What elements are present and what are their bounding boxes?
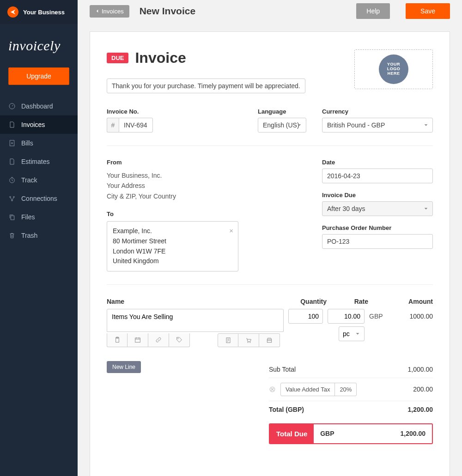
- hash-icon: #: [107, 118, 119, 133]
- sidebar-item-label: Connections: [21, 195, 57, 202]
- help-button[interactable]: Help: [356, 3, 390, 19]
- cart-icon[interactable]: [238, 333, 259, 347]
- line-rate-input[interactable]: [328, 309, 365, 324]
- date-input[interactable]: [322, 169, 433, 183]
- language-label: Language: [258, 108, 306, 115]
- to-client-box[interactable]: × Example, Inc. 80 Mortimer Street Londo…: [107, 221, 238, 271]
- svg-rect-14: [267, 339, 271, 343]
- page-icon: [8, 158, 16, 165]
- svg-point-10: [178, 338, 178, 339]
- to-label: To: [107, 211, 238, 217]
- sidebar-item-bills[interactable]: Bills: [0, 134, 78, 152]
- nodes-icon: [8, 195, 16, 202]
- chevron-left-icon: [95, 9, 100, 13]
- total-due-currency: GBP: [314, 424, 340, 443]
- currency-label: Currency: [322, 108, 433, 115]
- invoice-card: DUE Invoice YOUR LOGO HERE: [90, 31, 450, 476]
- invoice-note-input[interactable]: [107, 78, 305, 93]
- po-input[interactable]: [322, 234, 433, 249]
- topbar: Invoices New Invoice Help Save: [78, 0, 462, 22]
- unit-select[interactable]: [339, 326, 365, 341]
- business-icon: [7, 6, 18, 18]
- invoice-no-label: Invoice No.: [107, 108, 153, 115]
- remove-tax-icon[interactable]: ⊗: [269, 385, 276, 393]
- copy-icon: [8, 213, 16, 221]
- tax-name: Value Added Tax: [281, 383, 335, 396]
- sidebar: Your Business invoicely Upgrade Dashboar…: [0, 0, 78, 476]
- svg-point-13: [250, 342, 250, 343]
- tax-box[interactable]: Value Added Tax 20%: [280, 383, 357, 396]
- date-label: Date: [322, 159, 433, 166]
- col-rate-header: Rate: [331, 298, 373, 305]
- upgrade-button[interactable]: Upgrade: [8, 67, 69, 85]
- col-name-header: Name: [107, 298, 294, 305]
- total-due-value: 1,200.00: [394, 424, 432, 443]
- sidebar-item-label: Trash: [21, 232, 37, 239]
- svg-point-12: [248, 342, 248, 343]
- logo-upload-area[interactable]: YOUR LOGO HERE: [354, 49, 433, 89]
- save-button[interactable]: Save: [406, 3, 450, 19]
- sidebar-item-label: Dashboard: [21, 102, 53, 110]
- app-logo: invoicely: [0, 24, 78, 63]
- back-invoices-button[interactable]: Invoices: [90, 5, 129, 18]
- line-qty-input[interactable]: [288, 309, 323, 324]
- box-icon[interactable]: [259, 333, 280, 347]
- line-name-input[interactable]: Items You Are Selling: [107, 309, 284, 332]
- logo-placeholder-icon: YOUR LOGO HERE: [379, 54, 408, 84]
- language-select[interactable]: [258, 118, 306, 133]
- clipboard-icon[interactable]: [107, 333, 128, 347]
- plus-document-icon: [8, 139, 16, 147]
- sidebar-item-label: Estimates: [21, 158, 49, 165]
- sidebar-item-track[interactable]: Track: [0, 171, 78, 189]
- total-due-row: Total Due GBP 1,200.00: [269, 423, 433, 444]
- total-label: Total (GBP): [269, 406, 408, 413]
- currency-select[interactable]: [322, 118, 433, 133]
- total-due-label: Total Due: [270, 424, 314, 443]
- subtotal-value: 1,000.00: [408, 366, 433, 373]
- gauge-icon: [8, 102, 16, 110]
- business-switcher[interactable]: Your Business: [0, 0, 78, 24]
- svg-rect-9: [135, 338, 140, 342]
- po-label: Purchase Order Number: [322, 224, 433, 231]
- trash-icon: [8, 232, 16, 239]
- page-title: New Invoice: [140, 6, 346, 17]
- sidebar-item-connections[interactable]: Connections: [0, 189, 78, 208]
- sidebar-item-estimates[interactable]: Estimates: [0, 152, 78, 171]
- subtotal-label: Sub Total: [269, 366, 408, 373]
- document-icon: [8, 121, 16, 128]
- clock-icon: [8, 176, 16, 184]
- sidebar-item-invoices[interactable]: Invoices: [0, 115, 78, 134]
- svg-point-3: [10, 196, 11, 198]
- total-value: 1,200.00: [408, 406, 433, 413]
- new-line-button[interactable]: New Line: [107, 361, 141, 373]
- line-item-row: Items You Are Selling: [107, 309, 433, 347]
- svg-rect-6: [11, 216, 14, 220]
- sidebar-item-dashboard[interactable]: Dashboard: [0, 97, 78, 115]
- col-amount-header: Amount: [373, 298, 433, 305]
- receipt-icon[interactable]: [218, 333, 238, 347]
- from-label: From: [107, 159, 238, 166]
- sidebar-item-trash[interactable]: Trash: [0, 226, 78, 245]
- tax-percent: 20%: [335, 383, 356, 396]
- totals-block: Sub Total 1,000.00 ⊗ Value Added Tax 20%…: [269, 361, 433, 444]
- invoice-heading: Invoice: [135, 49, 186, 66]
- calendar-icon[interactable]: [128, 333, 148, 347]
- svg-point-5: [12, 200, 13, 201]
- business-name: Your Business: [23, 9, 65, 16]
- link-icon[interactable]: [148, 333, 169, 347]
- invoice-no-input[interactable]: [119, 118, 153, 133]
- tag-icon[interactable]: [169, 333, 190, 347]
- line-currency: GBP: [369, 309, 391, 347]
- sidebar-item-label: Invoices: [21, 121, 45, 128]
- sidebar-item-label: Bills: [21, 139, 33, 147]
- svg-point-4: [13, 196, 15, 198]
- from-address: Your Business, Inc. Your Address City & …: [107, 170, 238, 201]
- remove-client-icon[interactable]: ×: [229, 225, 233, 236]
- line-amount: 1000.00: [396, 309, 433, 347]
- sidebar-item-label: Files: [21, 213, 35, 221]
- invoice-due-select[interactable]: [322, 201, 433, 216]
- invoice-due-label: Invoice Due: [322, 192, 433, 199]
- back-label: Invoices: [102, 8, 124, 15]
- tax-amount: 200.00: [413, 386, 433, 393]
- sidebar-item-files[interactable]: Files: [0, 208, 78, 226]
